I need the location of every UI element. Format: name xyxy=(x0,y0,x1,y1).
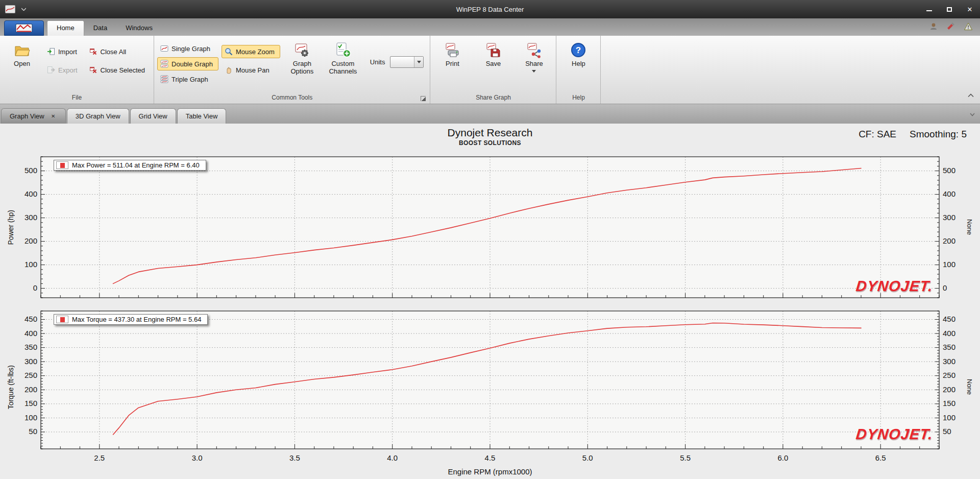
save-icon xyxy=(485,42,501,58)
tab-3d-graph-view-label: 3D Graph View xyxy=(76,112,120,120)
y-tick-label-right: 350 xyxy=(943,343,955,351)
ribbon-tab-home[interactable]: Home xyxy=(47,20,84,36)
print-icon xyxy=(444,42,460,58)
y-tick-label-right: 200 xyxy=(943,385,955,394)
share-graph-group-label: Share Graph xyxy=(433,93,553,104)
save-label: Save xyxy=(486,60,501,68)
tab-graph-view-label: Graph View xyxy=(10,112,44,120)
y-tick-label: 0 xyxy=(33,283,37,292)
triple-graph-label: Triple Graph xyxy=(172,76,208,83)
y-tick-label: 100 xyxy=(24,260,37,269)
double-graph-label: Double Graph xyxy=(172,60,213,68)
single-graph-icon xyxy=(160,44,168,53)
graph-header: Dynojet Research BOOST SOLUTIONS CF: SAE… xyxy=(0,126,980,150)
close-all-label: Close All xyxy=(101,48,127,56)
user-icon[interactable] xyxy=(929,22,938,31)
collapse-ribbon-button[interactable] xyxy=(968,90,974,100)
power-plot-area[interactable]: 00100100200200300300400400500500 xyxy=(17,154,963,301)
tab-graph-view[interactable]: Graph View ✕ xyxy=(1,108,66,124)
alert-icon[interactable] xyxy=(964,22,973,31)
torque-right-axis-title: None xyxy=(963,308,976,466)
triple-graph-button[interactable]: Triple Graph xyxy=(157,73,218,86)
x-tick-label: 3.0 xyxy=(192,453,203,462)
save-button[interactable]: Save xyxy=(474,38,512,70)
app-icon xyxy=(5,5,15,13)
legend-marker-icon xyxy=(56,316,68,323)
maximize-icon xyxy=(947,7,952,12)
ribbon-tab-windows[interactable]: Windows xyxy=(116,21,162,36)
dialog-launcher-icon[interactable] xyxy=(421,96,426,101)
help-group-label: Help xyxy=(559,93,597,104)
tab-list-button[interactable] xyxy=(970,109,975,118)
close-icon: ✕ xyxy=(967,6,973,13)
dynojet-watermark: DYNOJET. xyxy=(855,426,934,443)
close-selected-button[interactable]: Close Selected xyxy=(86,63,151,77)
y-tick-label: 200 xyxy=(24,236,37,245)
help-button[interactable]: ? Help xyxy=(559,38,597,70)
y-tick-label: 100 xyxy=(24,413,37,422)
correction-factor-text: CF: SAE Smoothing: 5 xyxy=(859,129,967,140)
winpep-logo-icon xyxy=(15,23,33,33)
x-tick-label: 5.0 xyxy=(582,453,593,462)
export-button[interactable]: Export xyxy=(44,63,83,77)
custom-channels-label: Custom Channels xyxy=(325,60,361,76)
graph-title: Dynojet Research xyxy=(0,127,980,139)
minimize-button[interactable] xyxy=(919,2,939,16)
tab-close-icon[interactable]: ✕ xyxy=(50,112,57,120)
open-folder-icon xyxy=(14,42,30,58)
window-title: WinPEP 8 Data Center xyxy=(0,6,980,13)
power-legend: Max Power = 511.04 at Engine RPM = 6.40 xyxy=(54,160,206,171)
ribbon-tab-data[interactable]: Data xyxy=(84,21,116,36)
units-dropdown-arrow[interactable] xyxy=(414,57,423,67)
import-button[interactable]: Import xyxy=(44,45,83,58)
dynojet-watermark: DYNOJET. xyxy=(855,278,934,295)
close-selected-label: Close Selected xyxy=(101,66,145,74)
x-tick-label: 6.0 xyxy=(777,453,788,462)
y-tick-label: 400 xyxy=(24,189,37,198)
quick-access-chevron-icon[interactable] xyxy=(21,8,26,11)
y-tick-label: 50 xyxy=(29,427,37,436)
y-tick-label-right: 150 xyxy=(943,399,955,408)
share-dropdown-icon[interactable] xyxy=(532,70,536,73)
tab-3d-graph-view[interactable]: 3D Graph View xyxy=(67,108,129,124)
custom-channels-button[interactable]: Custom Channels xyxy=(324,38,362,78)
close-selected-icon xyxy=(89,66,97,74)
x-tick-label: 2.5 xyxy=(94,453,105,462)
graph-subtitle: BOOST SOLUTIONS xyxy=(0,139,980,147)
units-dropdown[interactable] xyxy=(390,56,424,68)
ribbon: Open Import Export Close All xyxy=(0,36,980,104)
legend-marker-icon xyxy=(56,161,68,169)
y-tick-label: 350 xyxy=(24,343,37,351)
close-all-button[interactable]: Close All xyxy=(86,45,151,58)
x-tick-label: 3.5 xyxy=(289,453,300,462)
share-button[interactable]: Share xyxy=(515,38,553,75)
tools-icon[interactable] xyxy=(946,22,955,31)
single-graph-label: Single Graph xyxy=(172,45,210,53)
print-button[interactable]: Print xyxy=(433,38,471,70)
application-menu-button[interactable] xyxy=(4,20,44,36)
y-tick-label-right: 300 xyxy=(943,213,955,222)
ribbon-group-file: Open Import Export Close All xyxy=(0,36,154,104)
tab-table-view-label: Table View xyxy=(186,112,218,120)
open-button[interactable]: Open xyxy=(3,38,41,70)
torque-legend-text: Max Torque = 437.30 at Engine RPM = 5.64 xyxy=(72,316,201,323)
maximize-button[interactable] xyxy=(939,2,960,16)
graph-view-panel: Dynojet Research BOOST SOLUTIONS CF: SAE… xyxy=(0,124,980,479)
y-tick-label: 250 xyxy=(24,371,37,379)
single-graph-button[interactable]: Single Graph xyxy=(157,42,218,55)
y-tick-label-right: 250 xyxy=(943,371,955,379)
power-right-axis-title: None xyxy=(963,154,976,301)
export-icon xyxy=(47,66,55,74)
power-chart: Power (hp) 00100100200200300300400400500… xyxy=(4,154,976,301)
graph-options-button[interactable]: Graph Options xyxy=(283,38,321,78)
mouse-zoom-button[interactable]: Mouse Zoom xyxy=(222,45,280,58)
double-graph-button[interactable]: Double Graph xyxy=(157,57,218,70)
document-tab-bar: Graph View ✕ 3D Graph View Grid View Tab… xyxy=(0,104,980,124)
tab-grid-view[interactable]: Grid View xyxy=(130,108,176,124)
file-group-label: File xyxy=(3,93,151,104)
close-button[interactable]: ✕ xyxy=(960,2,980,16)
tab-table-view[interactable]: Table View xyxy=(177,108,227,124)
mouse-pan-button[interactable]: Mouse Pan xyxy=(222,63,280,77)
torque-plot-area[interactable]: 5050100100150150200200250250300300350350… xyxy=(17,308,963,466)
custom-channels-icon xyxy=(335,42,351,58)
